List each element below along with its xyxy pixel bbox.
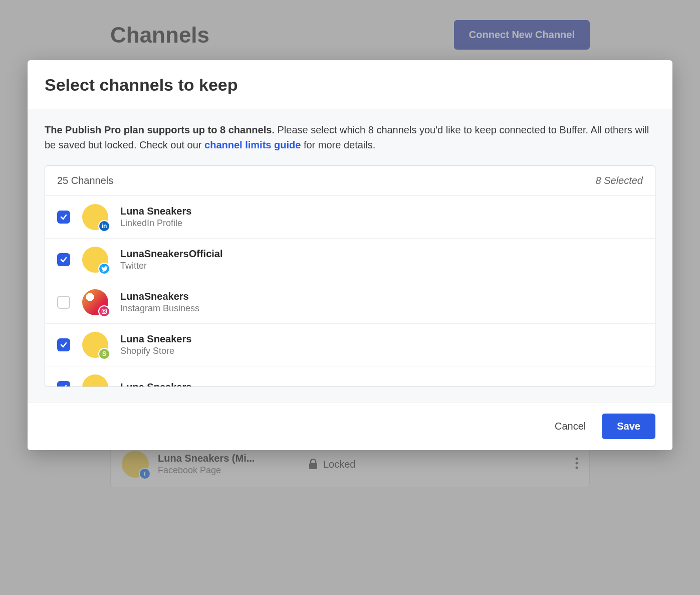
modal-title: Select channels to keep [28, 60, 672, 109]
channel-subtitle: Instagram Business [120, 303, 199, 314]
avatar [82, 247, 108, 273]
channel-row[interactable]: LunaSneakers Instagram Business [45, 281, 655, 324]
channels-list: 25 Channels 8 Selected in Luna Sneakers … [45, 165, 655, 387]
check-icon [60, 213, 68, 221]
channel-row[interactable]: Luna Sneakers [45, 366, 655, 386]
modal-description-text2: for more details. [301, 139, 375, 150]
twitter-icon [98, 263, 110, 275]
channel-row[interactable]: in Luna Sneakers LinkedIn Profile [45, 196, 655, 239]
channel-subtitle: Shopify Store [120, 346, 191, 356]
shopify-icon: S [98, 348, 110, 360]
channels-count-label: 25 Channels [57, 175, 113, 186]
channel-name: Luna Sneakers [120, 206, 191, 217]
modal-description-bold: The Publish Pro plan supports up to 8 ch… [45, 124, 275, 135]
channel-checkbox[interactable] [57, 296, 70, 309]
channel-checkbox[interactable] [57, 338, 70, 351]
channel-checkbox[interactable] [57, 211, 70, 224]
channel-row[interactable]: S Luna Sneakers Shopify Store [45, 324, 655, 366]
channel-subtitle: LinkedIn Profile [120, 218, 191, 229]
channel-checkbox[interactable] [57, 381, 70, 386]
channel-name: LunaSneakersOfficial [120, 248, 223, 260]
select-channels-modal: Select channels to keep The Publish Pro … [28, 60, 672, 450]
check-icon [60, 341, 68, 349]
avatar [82, 374, 108, 386]
channel-name: Luna Sneakers [120, 333, 191, 345]
channel-checkbox[interactable] [57, 253, 70, 266]
avatar: S [82, 332, 108, 358]
svg-point-5 [103, 310, 105, 312]
save-button[interactable]: Save [602, 414, 655, 439]
modal-description: The Publish Pro plan supports up to 8 ch… [45, 122, 655, 152]
svg-rect-4 [102, 309, 107, 314]
channels-selected-label: 8 Selected [595, 175, 643, 186]
cancel-button[interactable]: Cancel [555, 421, 586, 432]
check-icon [60, 383, 68, 386]
channel-limits-guide-link[interactable]: channel limits guide [204, 139, 301, 150]
channel-row[interactable]: LunaSneakersOfficial Twitter [45, 239, 655, 281]
avatar: in [82, 204, 108, 230]
instagram-icon [98, 305, 110, 317]
channel-name: LunaSneakers [120, 291, 199, 302]
check-icon [60, 256, 68, 264]
channel-name: Luna Sneakers [120, 381, 191, 387]
channel-subtitle: Twitter [120, 261, 223, 271]
linkedin-icon: in [98, 220, 110, 232]
channels-scroll[interactable]: in Luna Sneakers LinkedIn Profile [45, 196, 655, 386]
avatar [82, 289, 108, 315]
svg-point-6 [105, 310, 106, 310]
